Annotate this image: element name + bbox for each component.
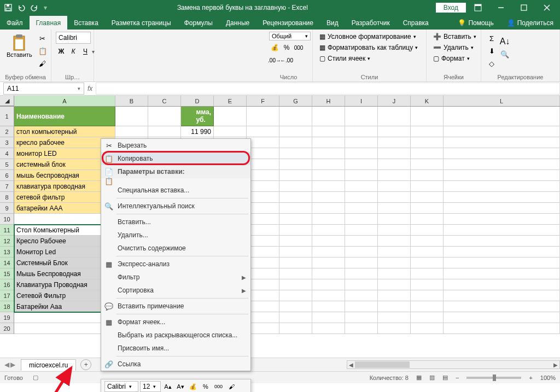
cell[interactable] [345, 159, 378, 170]
undo-icon[interactable] [15, 1, 27, 14]
row-header[interactable]: 17 [0, 290, 14, 301]
cell[interactable] [444, 236, 560, 247]
zoom-out-icon[interactable]: − [456, 375, 459, 381]
cell[interactable] [279, 148, 312, 159]
cell[interactable] [378, 214, 411, 225]
mini-shrink-font-icon[interactable]: A▾ [175, 381, 186, 392]
scroll-left-icon[interactable]: ◀ [347, 362, 355, 368]
cell[interactable] [279, 301, 312, 312]
cell[interactable] [444, 214, 560, 225]
cell[interactable] [378, 268, 411, 279]
cell[interactable] [148, 126, 181, 137]
col-header[interactable]: F [247, 96, 279, 106]
cm-cut[interactable]: ✂Вырезать [101, 139, 250, 152]
zoom-level[interactable]: 100% [540, 375, 556, 381]
underline-button[interactable]: Ч [80, 46, 91, 57]
cell[interactable] [312, 181, 345, 192]
cell[interactable] [378, 137, 411, 148]
save-icon[interactable] [2, 1, 14, 14]
col-header[interactable]: G [279, 96, 312, 106]
tab-data[interactable]: Данные [219, 16, 256, 30]
view-normal-icon[interactable]: ▦ [416, 374, 422, 381]
cell[interactable] [444, 137, 560, 148]
col-header[interactable]: K [411, 96, 444, 106]
cell[interactable] [279, 225, 312, 236]
cell[interactable] [247, 236, 279, 247]
cell[interactable] [312, 268, 345, 279]
cell[interactable] [247, 159, 279, 170]
cell[interactable] [411, 225, 444, 236]
cm-format-cells[interactable]: ▦Формат ячеек... [101, 315, 250, 329]
cell[interactable] [214, 126, 247, 137]
cm-insert[interactable]: Вставить... [101, 215, 250, 229]
cm-filter[interactable]: Фильтр▶ [101, 271, 250, 284]
cell[interactable] [378, 290, 411, 301]
find-icon[interactable]: 🔍 [499, 49, 511, 60]
cell[interactable] [378, 148, 411, 159]
cm-hyperlink[interactable]: 🔗Ссылка [101, 358, 250, 371]
cm-copy[interactable]: 📋Копировать [101, 152, 250, 165]
cell[interactable] [312, 236, 345, 247]
cell[interactable] [345, 137, 378, 148]
cell[interactable] [279, 107, 312, 126]
tab-developer[interactable]: Разработчик [345, 16, 396, 30]
cell[interactable] [345, 126, 378, 137]
cell[interactable] [378, 181, 411, 192]
row-header[interactable]: 13 [0, 247, 14, 258]
cell[interactable] [312, 159, 345, 170]
cell[interactable] [247, 214, 279, 225]
row-header[interactable]: 14 [0, 258, 14, 268]
cell[interactable] [247, 258, 279, 268]
tab-help[interactable]: Справка [396, 16, 435, 30]
cell[interactable] [279, 192, 312, 203]
cell[interactable] [444, 192, 560, 203]
cell[interactable] [345, 214, 378, 225]
cell-styles-button[interactable]: ▢Стили ячеек▾ [317, 54, 372, 63]
format-as-table-button[interactable]: ▦Форматировать как таблицу▾ [317, 43, 420, 52]
autosum-icon[interactable]: Σ [486, 33, 498, 44]
currency-icon[interactable]: 💰 [269, 42, 280, 53]
cell[interactable] [345, 279, 378, 290]
row-header[interactable]: 15 [0, 268, 14, 279]
maximize-icon[interactable] [513, 0, 535, 15]
cell[interactable] [444, 225, 560, 236]
cell[interactable] [378, 279, 411, 290]
cell[interactable] [411, 126, 444, 137]
cell[interactable] [444, 312, 560, 323]
row-header[interactable]: 19 [0, 312, 14, 323]
cell[interactable] [345, 290, 378, 301]
cell[interactable] [378, 159, 411, 170]
cell[interactable] [345, 301, 378, 312]
cell[interactable] [279, 170, 312, 181]
cell[interactable] [411, 192, 444, 203]
tab-review[interactable]: Рецензирование [256, 16, 320, 30]
tab-home[interactable]: Главная [30, 16, 68, 30]
cell[interactable] [444, 170, 560, 181]
mini-comma-icon[interactable]: 000 [213, 381, 224, 392]
row-header[interactable]: 10 [0, 214, 14, 225]
cm-pick-from-list[interactable]: Выбрать из раскрывающегося списка... [101, 329, 250, 342]
cell[interactable] [312, 148, 345, 159]
col-header[interactable]: D [181, 96, 214, 106]
cell[interactable]: 11 990 [181, 126, 214, 137]
cell[interactable] [411, 148, 444, 159]
cell[interactable] [247, 148, 279, 159]
horizontal-scrollbar[interactable]: ◀ ▶ [347, 360, 560, 369]
cell[interactable] [279, 236, 312, 247]
cell[interactable] [279, 203, 312, 214]
cell[interactable] [247, 268, 279, 279]
row-header[interactable]: 20 [0, 323, 14, 334]
macro-record-icon[interactable]: ▢ [33, 374, 38, 381]
row-header[interactable]: 9 [0, 203, 14, 214]
cell[interactable] [345, 192, 378, 203]
cell[interactable] [312, 301, 345, 312]
cell[interactable] [312, 279, 345, 290]
cell[interactable] [345, 181, 378, 192]
cell[interactable] [279, 126, 312, 137]
cell[interactable] [378, 258, 411, 268]
share-button[interactable]: 👤Поделиться [500, 16, 560, 30]
cell[interactable] [247, 312, 279, 323]
cell[interactable] [378, 225, 411, 236]
scrollbar-thumb[interactable] [355, 361, 410, 368]
cell[interactable] [378, 312, 411, 323]
